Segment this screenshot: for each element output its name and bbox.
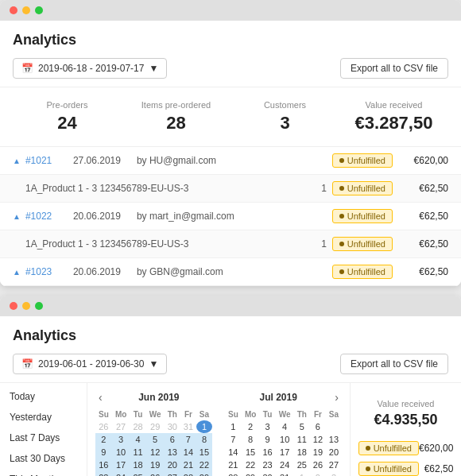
cal-day[interactable]: 19 bbox=[146, 459, 165, 471]
cal-day[interactable]: 27 bbox=[112, 420, 130, 433]
cal-day[interactable]: 6 bbox=[165, 433, 180, 446]
cal-day[interactable]: 23 bbox=[260, 459, 276, 471]
minimize-dot-2[interactable] bbox=[22, 302, 30, 310]
table-row[interactable]: ▲ #1021 27.06.2019 by HU@gmail.com Unful… bbox=[0, 147, 461, 175]
cal-day[interactable]: 10 bbox=[112, 446, 130, 459]
cal-day[interactable]: 23 bbox=[95, 471, 112, 476]
cal-day[interactable]: 27 bbox=[326, 459, 342, 471]
cal-day[interactable]: 25 bbox=[130, 471, 146, 476]
cal-day[interactable]: 3 bbox=[326, 471, 342, 476]
cal-day[interactable]: 1 bbox=[196, 420, 212, 433]
status-badge: Unfulfilled bbox=[332, 237, 393, 251]
cal-day[interactable]: 26 bbox=[146, 471, 165, 476]
cal-day[interactable]: 15 bbox=[242, 446, 260, 459]
cal-day[interactable]: 26 bbox=[310, 459, 326, 471]
cal-day[interactable]: 4 bbox=[130, 433, 146, 446]
cal-prev-icon[interactable]: ‹ bbox=[95, 391, 106, 404]
calendar-icon-1: 📅 bbox=[21, 63, 33, 74]
cal-day[interactable]: 2 bbox=[242, 420, 260, 433]
cal-day[interactable]: 28 bbox=[130, 420, 146, 433]
cal-day[interactable]: 16 bbox=[95, 459, 112, 471]
cal-day[interactable]: 31 bbox=[276, 471, 294, 476]
cal-day[interactable]: 5 bbox=[146, 433, 165, 446]
cal-day[interactable]: 4 bbox=[276, 420, 294, 433]
preset-item-today[interactable]: Today bbox=[0, 386, 87, 407]
cal-day[interactable]: 19 bbox=[310, 446, 326, 459]
table-row[interactable]: ▲ #1022 20.06.2019 by mart_in@gmail.com … bbox=[0, 203, 461, 230]
page-title-2: Analytics bbox=[13, 327, 448, 344]
cal-day[interactable]: 20 bbox=[326, 446, 342, 459]
cal-day[interactable]: 25 bbox=[294, 459, 310, 471]
cal-day[interactable]: 10 bbox=[276, 433, 294, 446]
cal-day[interactable]: 8 bbox=[242, 433, 260, 446]
order-id[interactable]: #1021 bbox=[25, 155, 73, 166]
cal-day[interactable]: 31 bbox=[180, 420, 196, 433]
cal-day[interactable]: 22 bbox=[196, 459, 212, 471]
cal-day[interactable]: 2 bbox=[95, 433, 112, 446]
cal-jul-label: Jul 2019 bbox=[225, 392, 331, 403]
calendars-area: ‹ Jun 2019 SuMoTuWeThFrSa262728293031123… bbox=[87, 383, 350, 476]
cal-day[interactable]: 3 bbox=[260, 420, 276, 433]
cal-day[interactable]: 12 bbox=[310, 433, 326, 446]
cal-day[interactable]: 30 bbox=[260, 471, 276, 476]
cal-day[interactable]: 9 bbox=[260, 433, 276, 446]
export-button-2[interactable]: Export all to CSV file bbox=[340, 354, 448, 374]
cal-day[interactable]: 29 bbox=[146, 420, 165, 433]
cal-day[interactable]: 3 bbox=[112, 433, 130, 446]
cal-day[interactable]: 14 bbox=[180, 446, 196, 459]
cal-day[interactable]: 11 bbox=[130, 446, 146, 459]
cal-day[interactable]: 6 bbox=[310, 420, 326, 433]
preset-item-last-7-days[interactable]: Last 7 Days bbox=[0, 428, 87, 448]
cal-next-icon[interactable]: › bbox=[331, 391, 342, 404]
cal-day[interactable]: 18 bbox=[130, 459, 146, 471]
close-dot[interactable] bbox=[10, 6, 17, 14]
chevron-down-icon-2: ▼ bbox=[149, 358, 158, 370]
cal-day[interactable]: 7 bbox=[180, 433, 196, 446]
order-id[interactable]: #1023 bbox=[25, 266, 73, 277]
cal-day[interactable]: 22 bbox=[242, 459, 260, 471]
cal-day[interactable]: 28 bbox=[180, 471, 196, 476]
cal-day[interactable]: 28 bbox=[225, 471, 242, 476]
cal-day[interactable]: 29 bbox=[242, 471, 260, 476]
cal-day[interactable]: 27 bbox=[165, 471, 180, 476]
maximize-dot-2[interactable] bbox=[35, 302, 43, 310]
preset-item-this-month[interactable]: This Month bbox=[0, 469, 87, 476]
status-badge: Unfulfilled bbox=[332, 209, 393, 223]
cal-day[interactable]: 21 bbox=[225, 459, 242, 471]
table-row[interactable]: ▲ #1023 20.06.2019 by GBN@gmail.com Unfu… bbox=[0, 258, 461, 286]
cal-day[interactable]: 7 bbox=[225, 433, 242, 446]
stat-value-label: Value received bbox=[339, 100, 448, 110]
cal-day[interactable]: 17 bbox=[276, 446, 294, 459]
cal-day[interactable]: 13 bbox=[165, 446, 180, 459]
order-id[interactable]: #1022 bbox=[25, 211, 73, 222]
cal-day[interactable]: 20 bbox=[165, 459, 180, 471]
cal-day[interactable]: 5 bbox=[294, 420, 310, 433]
minimize-dot[interactable] bbox=[22, 6, 30, 14]
cal-day[interactable]: 30 bbox=[165, 420, 180, 433]
cal-day[interactable]: 2 bbox=[310, 471, 326, 476]
date-picker-button-2[interactable]: 📅 2019-06-01 - 2019-06-30 ▼ bbox=[13, 354, 167, 374]
cal-day[interactable]: 1 bbox=[294, 471, 310, 476]
cal-day[interactable]: 9 bbox=[95, 446, 112, 459]
cal-day[interactable]: 14 bbox=[225, 446, 242, 459]
cal-day[interactable]: 29 bbox=[196, 471, 212, 476]
cal-day[interactable]: 8 bbox=[196, 433, 212, 446]
cal-day[interactable]: 24 bbox=[112, 471, 130, 476]
cal-day[interactable]: 13 bbox=[326, 433, 342, 446]
cal-day[interactable]: 24 bbox=[276, 459, 294, 471]
maximize-dot[interactable] bbox=[35, 6, 43, 14]
preset-item-last-30-days[interactable]: Last 30 Days bbox=[0, 448, 87, 469]
cal-day[interactable]: 18 bbox=[294, 446, 310, 459]
preset-item-yesterday[interactable]: Yesterday bbox=[0, 407, 87, 428]
cal-day[interactable]: 11 bbox=[294, 433, 310, 446]
cal-day[interactable]: 17 bbox=[112, 459, 130, 471]
cal-day[interactable]: 12 bbox=[146, 446, 165, 459]
cal-day[interactable]: 15 bbox=[196, 446, 212, 459]
cal-day[interactable]: 21 bbox=[180, 459, 196, 471]
cal-day[interactable]: 16 bbox=[260, 446, 276, 459]
export-button-1[interactable]: Export all to CSV file bbox=[340, 58, 448, 79]
date-picker-button-1[interactable]: 📅 2019-06-18 - 2019-07-17 ▼ bbox=[13, 58, 167, 79]
cal-day[interactable]: 26 bbox=[95, 420, 112, 433]
cal-day[interactable]: 1 bbox=[225, 420, 242, 433]
close-dot-2[interactable] bbox=[10, 302, 17, 310]
